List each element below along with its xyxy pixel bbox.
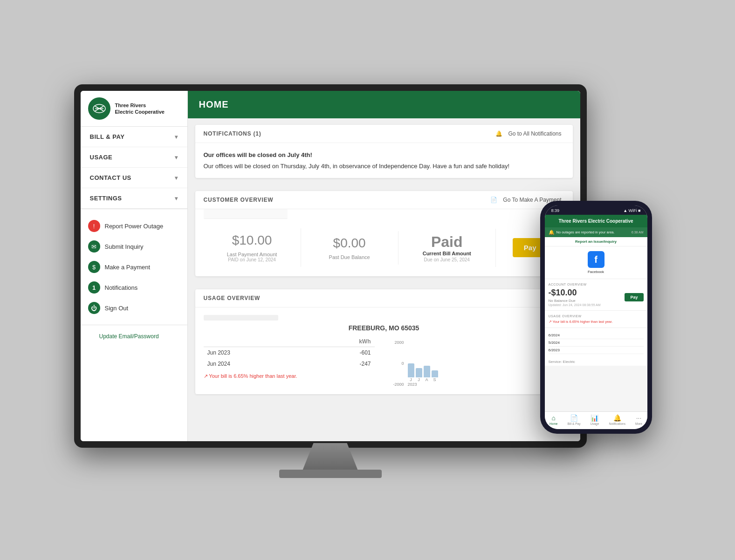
table-row: Jun 2024 -247 <box>204 358 375 369</box>
phone-bottom-nav: ⌂ Home 📄 Bill & Pay 📊 Usage 🔔 Notificati… <box>545 411 647 429</box>
trend-icon: ↗ <box>549 320 552 324</box>
nav-item-settings[interactable]: SETTINGS ▾ <box>81 188 187 209</box>
report-outage-icon: ! <box>88 220 100 232</box>
phone-usage-trend: ↗ Your bill is 6.65% higher than last ye… <box>549 320 644 324</box>
quick-link-notifications[interactable]: 1 Notifications <box>81 277 187 298</box>
phone-nav-home[interactable]: ⌂ Home <box>550 414 557 425</box>
chart-bar <box>416 368 422 377</box>
phone-balance: -$10.00 <box>549 288 601 298</box>
usage-value: -247 <box>308 358 374 369</box>
phone-account-section: ACCOUNT OVERVIEW -$10.00 No Balance Due … <box>545 279 647 311</box>
last-payment-cell: $10.00 Last Payment Amount PAID on June … <box>204 228 301 267</box>
usage-chart: 2000 0 -2000 <box>393 340 564 387</box>
kwh-column-header: kWh <box>308 336 374 347</box>
phone-nav-bill-pay[interactable]: 📄 Bill & Pay <box>568 414 581 425</box>
phone-pay-button[interactable]: Pay <box>625 293 643 301</box>
make-payment-icon: $ <box>88 261 100 273</box>
notifications-header: NOTIFICATIONS (1) 🔔 Go to All Notificati… <box>195 125 573 143</box>
usage-period: Jun 2023 <box>204 347 309 359</box>
past-due-cell: $0.00 Past Due Balance <box>301 231 398 265</box>
usage-icon: 📊 <box>591 414 598 422</box>
update-email-link[interactable]: Update Email/Password <box>90 327 168 346</box>
quick-links: ! Report Power Outage ✉ Submit Inquiry $… <box>81 209 187 325</box>
sidebar: Three Rivers Electric Cooperative BILL &… <box>81 91 188 441</box>
phone-usage-title: USAGE OVERVIEW <box>549 314 644 318</box>
customer-overview-title: CUSTOMER OVERVIEW <box>204 197 274 203</box>
phone-nav-more[interactable]: ··· More <box>635 414 642 425</box>
list-item: 6/2024 <box>549 332 644 339</box>
facebook-icon: f <box>588 251 604 268</box>
current-bill-sub: Due on June 25, 2024 <box>408 257 486 262</box>
table-row: Jun 2023 -601 <box>204 347 375 359</box>
logo-text: Three Rivers Electric Cooperative <box>115 102 165 116</box>
home-icon: ⌂ <box>552 414 556 422</box>
usage-period: Jun 2024 <box>204 358 309 369</box>
chart-label: J <box>408 377 414 382</box>
usage-overview-header: USAGE OVERVIEW <box>195 289 573 307</box>
customer-overview-section: CUSTOMER OVERVIEW 📄 Go To Make A Payment… <box>195 191 573 276</box>
submit-inquiry-icon: ✉ <box>88 240 100 253</box>
account-overview-title: ACCOUNT OVERVIEW <box>549 283 644 286</box>
usage-location: FREEBURG, MO 65035 <box>204 324 564 332</box>
notification-message: Our offices will be closed on July 4th! … <box>204 150 564 171</box>
usage-overview-section: USAGE OVERVIEW FREEBURG, MO 65035 <box>195 289 573 394</box>
sign-out-icon: ⏻ <box>88 302 100 314</box>
phone-mockup: 8:39 ▲ WiFi ■ Three Rivers Electric Coop… <box>540 201 652 434</box>
nav-item-bill-pay[interactable]: BILL & PAY ▾ <box>81 127 187 147</box>
usage-value: -601 <box>308 347 374 359</box>
usage-overview-title: USAGE OVERVIEW <box>204 295 261 301</box>
past-due-amount: $0.00 <box>310 236 389 251</box>
chevron-icon: ▾ <box>175 195 178 202</box>
phone-carrier: ▲ WiFi ■ <box>623 208 640 213</box>
chart-bar <box>432 370 438 377</box>
monitor-stand <box>302 443 358 471</box>
main-content: HOME NOTIFICATIONS (1) 🔔 Go to All Notif… <box>188 91 580 441</box>
phone-time: 8:39 <box>551 208 560 213</box>
nav-item-usage[interactable]: USAGE ▾ <box>81 147 187 168</box>
page-title: HOME <box>199 99 229 109</box>
last-payment-amount: $10.00 <box>213 233 291 248</box>
go-to-notifications-link[interactable]: 🔔 Go to All Notifications <box>495 130 564 137</box>
quick-link-report-outage[interactable]: ! Report Power Outage <box>81 216 187 236</box>
bell-icon: 🔔 <box>549 230 554 235</box>
bill-icon: 📄 <box>570 414 578 422</box>
report-issue-link[interactable]: Report an Issue/Inquiry <box>545 237 647 246</box>
overview-grid: $10.00 Last Payment Amount PAID on June … <box>195 219 573 276</box>
phone-notification: 🔔 No outages are reported in your area. … <box>545 227 647 237</box>
chevron-icon: ▾ <box>175 134 178 140</box>
payment-icon: 📄 <box>490 197 497 203</box>
list-item: 6/2023 <box>549 347 644 354</box>
past-due-label: Past Due Balance <box>310 254 389 260</box>
phone-usage-section: USAGE OVERVIEW ↗ Your bill is 6.65% high… <box>545 311 647 328</box>
phone-nav-usage[interactable]: 📊 Usage <box>591 414 599 425</box>
phone-screen: 8:39 ▲ WiFi ■ Three Rivers Electric Coop… <box>545 205 647 429</box>
notifications-icon: 1 <box>88 281 100 294</box>
usage-body: FREEBURG, MO 65035 kWh <box>195 307 573 394</box>
usage-trend: ↗ Your bill is 6.65% higher than last ye… <box>204 373 375 379</box>
last-payment-label: Last Payment Amount <box>213 252 291 257</box>
chart-label: J <box>416 377 422 382</box>
quick-link-sign-out[interactable]: ⏻ Sign Out <box>81 298 187 318</box>
monitor-screen: Three Rivers Electric Cooperative BILL &… <box>81 91 580 441</box>
current-bill-label: Current Bill Amount <box>408 251 486 256</box>
phone-header: Three Rivers Electric Cooperative <box>545 215 647 227</box>
facebook-section: f Facebook <box>545 246 647 279</box>
phone-status-bar: 8:39 ▲ WiFi ■ <box>545 205 647 215</box>
chart-label: S <box>432 377 438 382</box>
main-header: HOME <box>188 91 580 118</box>
customer-overview-header: CUSTOMER OVERVIEW 📄 Go To Make A Payment <box>195 191 573 209</box>
notification-body: Our offices will be closed on July 4th! … <box>195 143 573 178</box>
notification-title: Our offices will be closed on July 4th! <box>204 150 564 160</box>
app-layout: Three Rivers Electric Cooperative BILL &… <box>81 91 580 441</box>
quick-link-make-payment[interactable]: $ Make a Payment <box>81 257 187 277</box>
nav-item-contact-us[interactable]: CONTACT US ▾ <box>81 168 187 188</box>
phone-nav-notifications[interactable]: 🔔 Notifications <box>609 414 625 425</box>
updated-label: Updated: Jun 24, 2024 08:38:55 AM <box>549 303 601 307</box>
phone-months-section: 6/2024 5/2024 6/2023 <box>545 328 647 358</box>
more-icon: ··· <box>636 414 642 422</box>
notification-text: Our offices will be closed on Thursday, … <box>204 163 510 170</box>
sidebar-logo: Three Rivers Electric Cooperative <box>81 91 187 127</box>
monitor-base <box>279 470 382 478</box>
notifications-icon: 🔔 <box>613 414 621 422</box>
quick-link-submit-inquiry[interactable]: ✉ Submit Inquiry <box>81 236 187 257</box>
